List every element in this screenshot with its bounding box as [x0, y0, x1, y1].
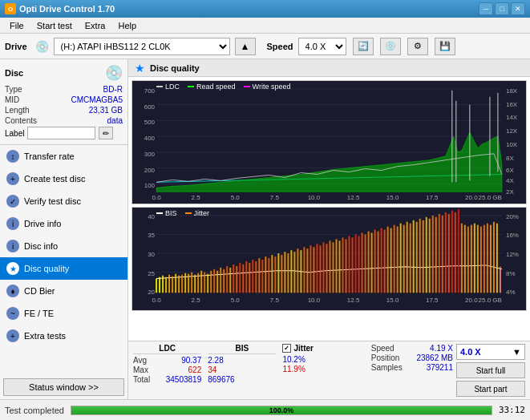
app-title: Opti Drive Control 1.70: [19, 4, 115, 14]
menu-help[interactable]: Help: [111, 19, 143, 32]
jitter-check-row: ✓ Jitter: [282, 344, 364, 353]
svg-text:0.0: 0.0: [152, 194, 161, 201]
label-input[interactable]: [27, 127, 95, 139]
nav-disc-info-label: Disc info: [24, 241, 58, 251]
svg-text:4%: 4%: [506, 289, 516, 296]
refresh-button[interactable]: 🔄: [353, 38, 374, 55]
position-val: 23862 MB: [416, 353, 453, 362]
panel-header: ★ Disc quality: [128, 59, 530, 77]
svg-text:0.0: 0.0: [152, 297, 161, 304]
drive-info-icon: i: [6, 217, 19, 230]
maximize-button[interactable]: □: [495, 2, 509, 15]
eject-button[interactable]: ▲: [235, 38, 256, 55]
svg-text:200: 200: [144, 167, 156, 174]
fe-te-icon: ~: [6, 307, 19, 320]
nav-fe-te[interactable]: ~ FE / TE: [0, 302, 127, 325]
menu-extra[interactable]: Extra: [79, 19, 112, 32]
svg-text:14X: 14X: [506, 114, 518, 121]
save-button[interactable]: 💾: [435, 38, 455, 55]
svg-text:300: 300: [144, 151, 156, 158]
speed-select-drive[interactable]: 4.0 X: [298, 38, 346, 55]
menu-start-test[interactable]: Start test: [30, 19, 79, 32]
nav-verify-test-disc[interactable]: ✓ Verify test disc: [0, 190, 127, 212]
svg-text:10.0: 10.0: [308, 194, 321, 201]
nav-create-test-disc[interactable]: + Create test disc: [0, 168, 127, 190]
bis-header: BIS: [208, 344, 276, 354]
svg-text:18X: 18X: [506, 87, 518, 95]
drive-label: Drive: [5, 42, 27, 51]
max-jitter-val: 11.9%: [282, 365, 305, 374]
extra-tests-icon: +: [6, 329, 19, 342]
svg-text:4X: 4X: [506, 177, 514, 184]
svg-text:100: 100: [144, 182, 156, 189]
read-speed-legend-dot: [188, 86, 194, 87]
total-bis-val: 869676: [208, 375, 234, 384]
speed-stat-val: 4.19 X: [430, 344, 453, 353]
nav-create-test-disc-label: Create test disc: [24, 174, 85, 184]
svg-text:6X: 6X: [506, 167, 514, 174]
start-part-button[interactable]: Start part: [456, 381, 525, 397]
svg-text:40: 40: [148, 213, 155, 220]
start-full-button[interactable]: Start full: [456, 362, 525, 378]
nav-transfer-rate[interactable]: ↕ Transfer rate: [0, 145, 127, 168]
nav-extra-tests[interactable]: + Extra tests: [0, 325, 127, 347]
stats-bar: LDC Avg 90.37 Max 622 Total 34503819 BIS…: [128, 341, 530, 399]
drive-bar: Drive 💿 (H:) ATAPI iHBS112 2 CL0K ▲ Spee…: [0, 34, 530, 59]
position-label: Position: [371, 353, 400, 362]
create-test-disc-icon: +: [6, 172, 19, 185]
svg-text:16X: 16X: [506, 101, 518, 108]
minimize-button[interactable]: ─: [479, 2, 493, 15]
disc-panel-title: Disc: [5, 68, 23, 78]
bis-stats-col: BIS 2.28 34 869676: [201, 344, 276, 397]
nav-extra-tests-label: Extra tests: [24, 331, 66, 341]
window-controls: ─ □ ✕: [479, 2, 525, 15]
svg-text:10X: 10X: [506, 141, 518, 148]
verify-test-disc-icon: ✓: [6, 195, 19, 208]
svg-text:20.0: 20.0: [465, 297, 478, 304]
transfer-rate-icon: ↕: [6, 150, 19, 163]
samples-label: Samples: [371, 363, 403, 372]
chart-bottom: BIS Jitter 0.0: [131, 207, 527, 311]
svg-text:7.5: 7.5: [270, 297, 280, 304]
chart2-legend: BIS Jitter: [156, 209, 209, 217]
status-text: Test completed: [5, 406, 64, 415]
svg-text:600: 600: [144, 103, 156, 111]
drive-select[interactable]: (H:) ATAPI iHBS112 2 CL0K: [54, 38, 230, 55]
nav-disc-quality[interactable]: ★ Disc quality: [0, 257, 127, 280]
nav-verify-test-disc-label: Verify test disc: [24, 196, 81, 206]
svg-text:8X: 8X: [506, 155, 514, 162]
speed-label: Speed: [267, 42, 293, 51]
nav-disc-info[interactable]: i Disc info: [0, 235, 127, 257]
write-speed-legend-label: Write speed: [253, 83, 291, 91]
svg-text:2X: 2X: [506, 188, 514, 196]
nav-cd-bier[interactable]: ♦ CD Bier: [0, 280, 127, 302]
type-value: BD-R: [103, 85, 123, 94]
nav-transfer-rate-label: Transfer rate: [24, 151, 75, 161]
settings-button[interactable]: ⚙: [407, 38, 428, 55]
status-window-button[interactable]: Status window >>: [3, 378, 124, 396]
nav-disc-quality-label: Disc quality: [24, 264, 69, 273]
svg-text:700: 700: [144, 87, 156, 95]
close-button[interactable]: ✕: [511, 2, 525, 15]
svg-text:20.0: 20.0: [465, 194, 478, 201]
title-bar: O Opti Drive Control 1.70 ─ □ ✕: [0, 0, 530, 18]
type-label: Type: [5, 85, 22, 94]
ldc-stats-col: LDC Avg 90.37 Max 622 Total 34503819: [133, 344, 201, 397]
svg-text:16%: 16%: [506, 232, 519, 239]
nav-drive-info[interactable]: i Drive info: [0, 212, 127, 235]
nav-drive-info-label: Drive info: [24, 219, 61, 228]
label-edit-button[interactable]: ✏: [99, 127, 113, 139]
ldc-legend-dot: [156, 86, 163, 87]
panel-icon: ★: [135, 62, 145, 75]
disc-button[interactable]: 💿: [380, 38, 401, 55]
svg-text:20%: 20%: [506, 213, 519, 220]
bis-legend-label: BIS: [165, 209, 177, 217]
speed-stats-col: Speed 4.19 X Position 23862 MB Samples 3…: [365, 344, 453, 397]
svg-text:400: 400: [144, 135, 156, 142]
jitter-checkbox[interactable]: ✓: [282, 344, 291, 353]
svg-text:7.5: 7.5: [270, 194, 280, 201]
menu-file[interactable]: File: [3, 19, 30, 32]
max-bis-val: 34: [208, 365, 216, 374]
speed-stat-label: Speed: [371, 344, 394, 353]
disc-panel: Disc 💿 Type BD-R MID CMCMAGBA5 Length 23…: [0, 59, 127, 145]
